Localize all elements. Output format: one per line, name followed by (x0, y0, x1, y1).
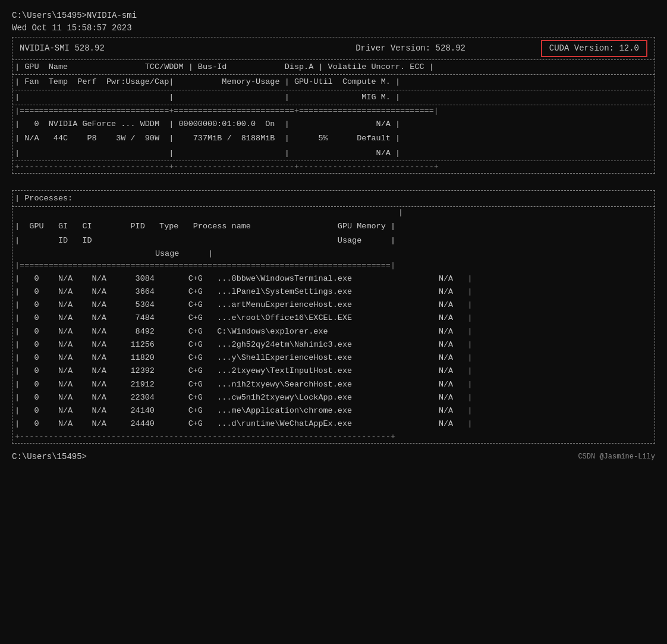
process-row: | 0 N/A N/A 7484 C+G ...e\root\Office16\… (12, 312, 655, 325)
processes-header: | Processes: (12, 191, 655, 207)
datetime-line: Wed Oct 11 15:58:57 2023 (12, 22, 655, 34)
nvidia-smi-box: NVIDIA-SMI 528.92 Driver Version: 528.92… (12, 37, 655, 174)
col-header-1: | GPU Name TCC/WDDM | Bus-Id Disp.A | Vo… (12, 60, 655, 75)
process-row: | 0 N/A N/A 5304 C+G ...artMenuExperienc… (12, 299, 655, 312)
gpu-data-row-3: | | | N/A | (12, 146, 655, 161)
process-row: | 0 N/A N/A 8492 C+G C:\Windows\explorer… (12, 325, 655, 338)
process-row: | 0 N/A N/A 24440 C+G ...d\runtime\WeCha… (12, 417, 655, 431)
double-sep-1: |===============================+=======… (12, 105, 655, 117)
process-row: | 0 N/A N/A 24140 C+G ...me\Application\… (12, 404, 655, 417)
header-row: NVIDIA-SMI 528.92 Driver Version: 528.92… (12, 37, 655, 60)
process-row: | 0 N/A N/A 3664 C+G ...lPanel\SystemSet… (12, 285, 655, 299)
proc-col-header-2: | ID ID Usage | (12, 234, 655, 248)
process-row: | 0 N/A N/A 12392 C+G ...2txyewy\TextInp… (12, 365, 655, 378)
proc-col-header-1: | GPU GI CI PID Type Process name GPU Me… (12, 219, 655, 234)
proc-bottom-dashes: +---------------------------------------… (12, 431, 655, 443)
proc-double-sep: |=======================================… (12, 260, 655, 272)
process-rows-container: | 0 N/A N/A 3084 C+G ...8bbwe\WindowsTer… (12, 272, 655, 431)
processes-box: | Processes: | | GPU GI CI PID Type Proc… (12, 190, 655, 444)
spacer-1 (12, 174, 655, 190)
process-row: | 0 N/A N/A 21912 C+G ...n1h2txyewy\Sear… (12, 378, 655, 391)
footer-brand: CSDN @Jasmine-Lily (578, 451, 655, 462)
bottom-dashes-1: +-------------------------------+-------… (12, 161, 655, 173)
proc-col-header-3: Usage | (12, 248, 655, 260)
proc-separator-line: | (12, 207, 655, 219)
gpu-data-row-1: | 0 NVIDIA GeForce ... WDDM | 00000000:0… (12, 117, 655, 131)
footer-prompt: C:\Users\15495> (12, 451, 87, 463)
cuda-version: CUDA Version: 12.0 (541, 40, 647, 57)
col-header-2: | Fan Temp Perf Pwr:Usage/Cap| Memory-Us… (12, 75, 655, 90)
nvidia-smi-version: NVIDIA-SMI 528.92 (20, 42, 280, 55)
gpu-data-row-2: | N/A 44C P8 3W / 90W | 737MiB / 8188MiB… (12, 131, 655, 146)
driver-version: Driver Version: 528.92 (280, 42, 540, 55)
process-row: | 0 N/A N/A 11256 C+G ...2gh52qy24etm\Na… (12, 338, 655, 351)
command-line: C:\Users\15495>NVIDIA-smi (12, 10, 655, 22)
process-row: | 0 N/A N/A 11820 C+G ...y\ShellExperien… (12, 351, 655, 365)
footer: C:\Users\15495> CSDN @Jasmine-Lily (12, 451, 655, 463)
process-row: | 0 N/A N/A 3084 C+G ...8bbwe\WindowsTer… (12, 272, 655, 285)
process-row: | 0 N/A N/A 22304 C+G ...cw5n1h2txyewy\L… (12, 391, 655, 404)
terminal: C:\Users\15495>NVIDIA-smi Wed Oct 11 15:… (12, 10, 655, 463)
col-header-3: | | | MIG M. | (12, 90, 655, 105)
